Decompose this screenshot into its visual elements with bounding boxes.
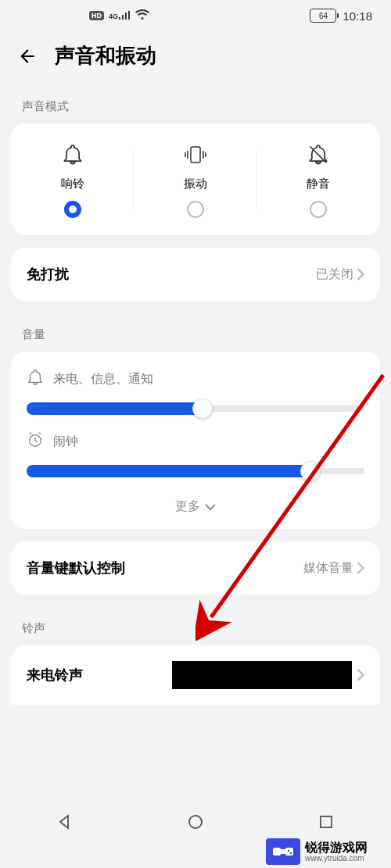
mode-label: 振动 xyxy=(184,177,207,191)
status-left: HD 4G xyxy=(89,9,149,23)
svg-point-10 xyxy=(290,852,292,854)
volume-key-label: 音量键默认控制 xyxy=(27,559,125,577)
network-icon: 4G xyxy=(109,11,131,20)
svg-rect-6 xyxy=(273,848,281,855)
bell-icon xyxy=(62,142,84,167)
nav-home[interactable] xyxy=(186,813,205,831)
nav-back[interactable] xyxy=(56,813,74,831)
page-title: 声音和振动 xyxy=(55,42,156,70)
bell-outline-icon xyxy=(27,369,44,389)
volume-alarm-slider[interactable] xyxy=(27,463,364,480)
ringtone-row[interactable]: 来电铃声 xyxy=(27,661,364,689)
volume-key-value: 媒体音量 xyxy=(303,560,364,577)
dnd-value: 已关闭 xyxy=(316,266,364,283)
back-button[interactable] xyxy=(16,45,39,68)
volume-key-card: 音量键默认控制 媒体音量 xyxy=(11,541,380,595)
dnd-label: 免打扰 xyxy=(27,265,69,284)
radio-vibrate[interactable] xyxy=(187,201,204,218)
section-volume: 音量 xyxy=(0,313,391,352)
watermark-url: www.ytruida.com xyxy=(305,854,368,863)
mode-label: 响铃 xyxy=(61,177,84,191)
chevron-right-icon xyxy=(357,562,364,574)
chevron-right-icon xyxy=(357,669,364,681)
nav-recent[interactable] xyxy=(317,813,335,831)
watermark: 锐得游戏网 www.ytruida.com xyxy=(266,838,368,865)
dnd-row[interactable]: 免打扰 已关闭 xyxy=(11,248,380,301)
dnd-card: 免打扰 已关闭 xyxy=(11,248,380,301)
svg-rect-0 xyxy=(191,147,200,163)
ringtone-card: 来电铃声 xyxy=(11,645,380,705)
radio-silent[interactable] xyxy=(310,201,327,218)
ringtone-value-redacted xyxy=(172,661,352,689)
volume-more[interactable]: 更多 xyxy=(27,494,364,518)
watermark-title: 锐得游戏网 xyxy=(305,841,368,855)
volume-card: 来电、信息、通知 闹钟 更多 xyxy=(11,352,380,529)
arrow-left-icon xyxy=(17,46,38,66)
svg-rect-7 xyxy=(285,848,293,855)
mode-vibrate[interactable]: 振动 xyxy=(134,142,256,218)
mode-ring[interactable]: 响铃 xyxy=(11,142,134,218)
mode-silent[interactable]: 静音 xyxy=(257,142,380,218)
system-navbar xyxy=(0,802,391,841)
battery-icon: 64 xyxy=(310,9,336,23)
sound-mode-card: 响铃 振动 静音 xyxy=(11,123,380,235)
hd-icon: HD xyxy=(89,11,104,20)
alarm-icon xyxy=(27,431,44,452)
wifi-icon xyxy=(135,9,149,23)
volume-alarm-group: 闹钟 xyxy=(27,431,364,480)
svg-point-9 xyxy=(288,850,289,852)
svg-point-4 xyxy=(189,816,202,828)
section-ringtone: 铃声 xyxy=(0,607,391,645)
section-sound-mode: 声音模式 xyxy=(0,85,391,123)
status-time: 10:18 xyxy=(343,9,372,23)
chevron-down-icon xyxy=(205,503,216,511)
status-bar: HD 4G 64 10:18 xyxy=(0,0,391,31)
status-right: 64 10:18 xyxy=(310,9,372,23)
volume-call-label: 来电、信息、通知 xyxy=(53,371,153,388)
mode-label: 静音 xyxy=(307,177,330,191)
volume-call-slider[interactable] xyxy=(27,400,364,417)
radio-ring[interactable] xyxy=(64,201,81,218)
volume-call-group: 来电、信息、通知 xyxy=(27,369,364,417)
page-header: 声音和振动 xyxy=(0,31,391,85)
svg-rect-8 xyxy=(281,849,285,854)
chevron-right-icon xyxy=(357,268,364,280)
ringtone-label: 来电铃声 xyxy=(27,666,83,684)
vibrate-icon xyxy=(184,142,207,167)
watermark-logo-icon xyxy=(266,838,300,865)
svg-rect-5 xyxy=(321,816,332,827)
volume-key-row[interactable]: 音量键默认控制 媒体音量 xyxy=(11,541,380,595)
volume-alarm-label: 闹钟 xyxy=(53,434,78,450)
bell-off-icon xyxy=(307,142,329,167)
